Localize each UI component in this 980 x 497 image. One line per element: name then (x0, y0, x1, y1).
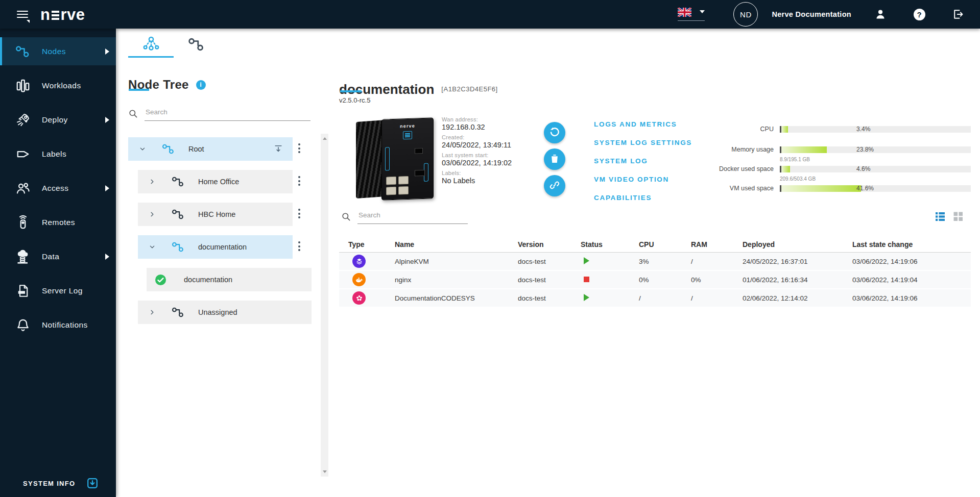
reboot-icon (549, 127, 560, 139)
node-icon (172, 175, 185, 188)
delete-button[interactable] (544, 148, 565, 170)
system-info-button[interactable]: SYSTEM INFO (23, 477, 99, 489)
cell-cpu: 0% (639, 276, 691, 284)
stat-label: VM used space (627, 185, 774, 192)
chevron-down-icon[interactable] (138, 145, 147, 153)
workloads-icon (15, 78, 31, 93)
tree-item-menu[interactable] (295, 141, 304, 156)
collapse-all-icon[interactable] (273, 144, 283, 154)
stat-memory-usage: Memory usage 23.8% (627, 146, 971, 153)
sidebar-item-label: Labels (42, 150, 66, 159)
tree-item-menu[interactable] (295, 173, 304, 188)
cell-deployed: 24/05/2022, 16:37:01 (743, 258, 852, 265)
node-serial: [A1B2C3D4E5F6] (441, 85, 497, 93)
chevron-down-icon[interactable] (148, 243, 156, 251)
person-icon (874, 8, 887, 20)
vm-type-icon (352, 255, 366, 268)
language-selector[interactable] (678, 8, 705, 21)
workload-row-nginx[interactable]: nginx docs-test 0% 0% 01/06/2022, 16:16:… (339, 271, 971, 289)
sidebar-item-workloads[interactable]: Workloads (0, 71, 116, 100)
chevron-right-icon[interactable] (148, 178, 156, 186)
grid-view-icon[interactable] (952, 210, 964, 222)
node-info-list: Wan address: 192.168.0.32 Created: 24/05… (442, 116, 549, 188)
sidebar-item-data[interactable]: Data (0, 242, 116, 270)
stat-cpu: CPU 3.4% (627, 126, 971, 133)
chevron-right-icon[interactable] (148, 210, 156, 218)
sidebar-item-nodes[interactable]: Nodes (0, 37, 116, 65)
column-header-status: Status (581, 240, 639, 248)
tree-item-hbc-home[interactable]: HBC Home (138, 203, 293, 226)
stat-gb-value: 8.9/195.1 GB (780, 157, 810, 162)
tree-item-documentation[interactable]: documentation (138, 235, 293, 259)
tree-item-root[interactable]: Root (128, 137, 293, 161)
main-content: Node Tree i Root Home Office H (116, 29, 980, 497)
connect-button[interactable] (544, 175, 565, 196)
workload-row-alpinekvm[interactable]: AlpineKVM docs-test 3% / 24/05/2022, 16:… (339, 253, 971, 271)
chevron-right-icon[interactable] (148, 308, 156, 316)
tree-item-unassigned[interactable]: Unassigned (138, 301, 312, 324)
sidebar-item-access[interactable]: Access (0, 174, 116, 202)
stat-progress-bar: 3.4% (780, 126, 971, 133)
uk-flag-icon (678, 8, 691, 17)
cell-version: docs-test (518, 258, 581, 265)
logout-button[interactable] (951, 8, 965, 21)
list-view-icon[interactable] (934, 210, 946, 222)
profile-button[interactable] (874, 8, 887, 21)
scroll-down-icon[interactable] (323, 470, 327, 473)
logo-e-bars-icon (52, 11, 59, 20)
cell-version: docs-test (518, 294, 581, 302)
tree-item-menu[interactable] (295, 239, 304, 254)
column-header-cpu: CPU (639, 240, 691, 248)
node-icon (172, 240, 185, 254)
sidebar-item-label: Deploy (42, 115, 68, 125)
node-icon (162, 142, 175, 156)
node-icon (172, 306, 185, 319)
info-pair: Last system start: 03/06/2022, 14:19:02 (442, 152, 549, 167)
stat-label: Docker used space (627, 165, 774, 172)
tab-node-list[interactable] (177, 35, 216, 56)
workload-search-input[interactable] (357, 208, 468, 224)
workload-row-documentationcodesys[interactable]: DocumentationCODESYS docs-test / / 02/06… (339, 289, 971, 308)
info-icon[interactable]: i (196, 80, 206, 90)
sidebar-item-deploy[interactable]: Deploy (0, 106, 116, 134)
remotes-icon (15, 215, 31, 230)
trash-icon (549, 153, 560, 166)
submenu-arrow-icon (105, 254, 109, 260)
tree-scrollbar[interactable] (321, 134, 328, 477)
workload-table-body: AlpineKVM docs-test 3% / 24/05/2022, 16:… (339, 253, 971, 308)
tree-item-menu[interactable] (295, 206, 304, 221)
tree-item-home-office[interactable]: Home Office (138, 170, 293, 193)
node-tree-search-input[interactable] (145, 105, 310, 121)
notifications-icon (15, 317, 31, 333)
labels-icon (15, 146, 31, 162)
serverlog-icon (15, 283, 31, 299)
sidebar-item-labels[interactable]: Labels (0, 140, 116, 168)
tab-node-tree[interactable] (128, 35, 174, 56)
help-button[interactable]: ? (913, 8, 926, 21)
cell-last-state-change: 03/06/2022, 14:19:06 (852, 258, 971, 265)
sidebar-item-label: Notifications (42, 320, 88, 330)
scroll-up-icon[interactable] (323, 137, 327, 140)
info-pair: Created: 24/05/2022, 13:49:11 (442, 134, 549, 149)
tree-item-documentation[interactable]: documentation (147, 268, 312, 291)
cell-ram: / (691, 258, 743, 265)
sidebar-item-server-log[interactable]: Server Log (0, 277, 116, 305)
column-header-name: Name (395, 240, 518, 248)
link-icon (549, 180, 560, 192)
link-vm-video-option[interactable]: VM VIDEO OPTION (594, 173, 692, 186)
node-title-underline (340, 90, 362, 92)
account-name: Nerve Documentation (772, 10, 851, 18)
sidebar-item-notifications[interactable]: Notifications (0, 311, 116, 339)
link-capabilities[interactable]: CAPABILITIES (594, 192, 692, 204)
stat-vm-used-space: VM used space 41.6% (627, 185, 971, 192)
reboot-button[interactable] (544, 122, 565, 143)
sidebar-item-remotes[interactable]: Remotes (0, 208, 116, 236)
stat-progress-bar: 23.8% (780, 146, 971, 153)
stat-progress-bar: 41.6% (780, 185, 971, 192)
status-stopped-icon (584, 277, 589, 282)
menu-toggle-button[interactable] (17, 9, 28, 20)
submenu-arrow-icon (105, 117, 109, 123)
avatar[interactable]: ND (733, 2, 758, 27)
search-icon (128, 109, 138, 118)
logo-text-left: n (40, 7, 50, 22)
